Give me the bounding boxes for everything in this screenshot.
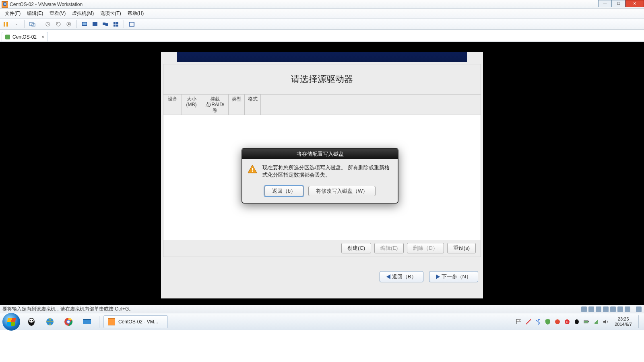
devices-icon[interactable]: [28, 20, 37, 28]
tab-close-icon[interactable]: ×: [41, 34, 44, 40]
svg-rect-40: [597, 320, 598, 324]
minimize-button[interactable]: —: [598, 0, 612, 7]
warning-icon: [247, 164, 258, 175]
pause-icon[interactable]: [2, 20, 10, 28]
message-log-icon[interactable]: [636, 306, 642, 312]
tab-strip: CentOS-02 ×: [0, 30, 644, 42]
tray-battery-icon[interactable]: [583, 319, 590, 325]
maximize-button[interactable]: ☐: [612, 0, 625, 7]
tray-qq-icon[interactable]: [574, 319, 580, 325]
menu-edit[interactable]: 编辑(E): [24, 9, 46, 18]
svg-text:G: G: [566, 320, 568, 324]
svg-rect-15: [116, 25, 118, 27]
edit-button: 编辑(E): [374, 243, 404, 253]
display-icon[interactable]: [625, 306, 630, 312]
col-mount[interactable]: 挂载点/RAID/卷: [201, 95, 229, 115]
printer-icon[interactable]: [617, 306, 623, 312]
next-label: 下一步（N）: [442, 273, 471, 280]
show-desktop-button[interactable]: [638, 315, 642, 328]
dialog-title: 将存储配置写入磁盘: [242, 149, 398, 159]
svg-rect-13: [116, 22, 118, 24]
tray-volume-icon[interactable]: [603, 319, 609, 325]
svg-rect-11: [105, 23, 108, 26]
column-headers: 设备 大小 (MB) 挂载点/RAID/卷 类型 格式: [163, 94, 481, 115]
toolbar: [0, 19, 644, 30]
show-console-icon[interactable]: [80, 20, 89, 28]
tray-flag-icon[interactable]: [516, 319, 522, 325]
dialog-write-button[interactable]: 将修改写入磁盘（W）: [308, 186, 376, 196]
unity-icon[interactable]: [111, 20, 120, 28]
vm-status-icon: [5, 35, 10, 39]
usb-icon[interactable]: [603, 306, 609, 312]
taskbar-clock[interactable]: 23:25 2014/6/7: [615, 317, 632, 327]
separator: [24, 20, 25, 28]
tab-centos[interactable]: CentOS-02 ×: [2, 32, 48, 41]
fullscreen-icon[interactable]: [127, 20, 136, 28]
tray-app2-icon[interactable]: G: [564, 319, 570, 325]
svg-rect-0: [4, 22, 5, 27]
cd-icon[interactable]: [588, 306, 594, 312]
task-label: CentOS-02 - VM...: [118, 319, 158, 325]
menu-view[interactable]: 查看(V): [46, 9, 69, 18]
col-size[interactable]: 大小 (MB): [182, 95, 201, 115]
hd-icon[interactable]: [581, 306, 587, 312]
chrome-icon[interactable]: [60, 315, 76, 328]
col-type[interactable]: 类型: [229, 95, 245, 115]
net-icon[interactable]: [596, 306, 601, 312]
create-button[interactable]: 创建(C): [341, 243, 371, 253]
dropdown-icon[interactable]: [12, 20, 21, 28]
start-button[interactable]: [2, 313, 20, 331]
snapshot-icon[interactable]: [43, 20, 52, 28]
tray-wifi-icon[interactable]: [593, 319, 599, 325]
sound-icon[interactable]: [610, 306, 616, 312]
tab-label: CentOS-02: [12, 34, 37, 40]
svg-rect-8: [83, 23, 87, 25]
svg-rect-1: [6, 22, 8, 27]
ie-icon[interactable]: [42, 315, 58, 328]
separator: [40, 20, 40, 28]
menu-file[interactable]: 文件(F): [2, 9, 24, 18]
installer-window: 请选择源驱动器 设备 大小 (MB) 挂载点/RAID/卷 类型 格式 创建(C…: [161, 52, 483, 298]
reset-button[interactable]: 重设(s): [447, 243, 476, 253]
svg-rect-14: [114, 25, 116, 27]
dialog-buttons: 返回（b） 将修改写入磁盘（W）: [242, 183, 398, 203]
clock-time: 23:25: [615, 317, 632, 322]
svg-point-6: [68, 23, 70, 25]
installer-banner: [177, 52, 467, 62]
tray-app1-icon[interactable]: [554, 319, 561, 325]
taskbar-task-vmware[interactable]: CentOS-02 - VM...: [103, 315, 168, 328]
manage-snapshot-icon[interactable]: [64, 20, 73, 28]
thumbnail-icon[interactable]: [91, 20, 99, 28]
back-label: 返回（B）: [392, 273, 417, 280]
svg-point-22: [32, 320, 33, 321]
taskbar: CentOS-02 - VM... G 23:25 2014/6/7: [0, 313, 644, 330]
svg-rect-17: [252, 168, 253, 171]
menu-vm[interactable]: 虚拟机(M): [69, 9, 97, 18]
svg-rect-35: [588, 321, 589, 322]
multi-monitor-icon[interactable]: [101, 20, 110, 28]
clock-date: 2014/6/7: [615, 322, 632, 327]
svg-point-27: [67, 321, 70, 323]
revert-icon[interactable]: [54, 20, 63, 28]
vm-display[interactable]: 请选择源驱动器 设备 大小 (MB) 挂载点/RAID/卷 类型 格式 创建(C…: [0, 42, 644, 305]
back-button[interactable]: 返回（B）: [380, 271, 423, 282]
dialog-message: 现在要将您所选分区选项写入磁盘。 所有删除或重新格式化分区指定数据都会丢失。: [262, 164, 393, 179]
col-format[interactable]: 格式: [245, 95, 261, 115]
menu-help[interactable]: 帮助(H): [124, 9, 147, 18]
panel-title: 请选择源驱动器: [163, 64, 481, 94]
dialog-body: 现在要将您所选分区选项写入磁盘。 所有删除或重新格式化分区指定数据都会丢失。: [242, 159, 398, 183]
dialog-back-button[interactable]: 返回（b）: [264, 186, 303, 196]
next-button[interactable]: 下一步（N）: [429, 271, 478, 282]
separator: [124, 20, 124, 28]
tray-bluetooth-icon[interactable]: [535, 319, 541, 325]
close-button[interactable]: ✕: [625, 0, 644, 7]
svg-point-21: [30, 320, 31, 321]
tray-shield-icon[interactable]: [545, 319, 551, 325]
col-device[interactable]: 设备: [163, 95, 182, 115]
explorer-icon[interactable]: [79, 315, 95, 328]
confirm-dialog: 将存储配置写入磁盘 现在要将您所选分区选项写入磁盘。 所有删除或重新格式化分区指…: [242, 148, 398, 204]
tray-updater-icon[interactable]: [525, 319, 532, 325]
qq-icon[interactable]: [23, 315, 39, 328]
menubar: 文件(F) 编辑(E) 查看(V) 虚拟机(M) 选项卡(T) 帮助(H): [0, 9, 644, 19]
menu-tabs[interactable]: 选项卡(T): [97, 9, 124, 18]
